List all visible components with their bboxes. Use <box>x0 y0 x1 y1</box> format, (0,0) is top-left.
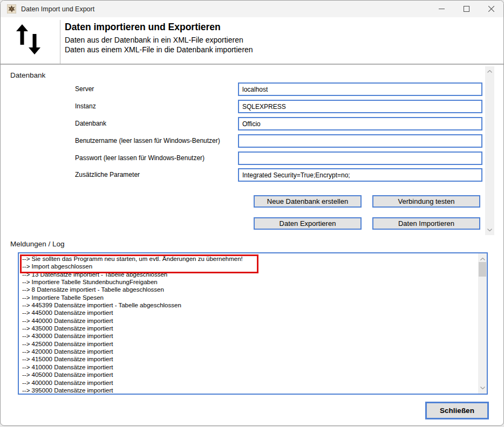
server-label: Server <box>75 82 94 96</box>
scroll-up-icon[interactable] <box>485 67 494 75</box>
log-section-label: Meldungen / Log <box>10 240 65 248</box>
maximize-button[interactable] <box>454 1 479 17</box>
close-button[interactable] <box>479 1 503 17</box>
close-dialog-button[interactable]: Schließen <box>425 402 489 419</box>
database-section-label: Datenbank <box>10 71 45 79</box>
server-input[interactable] <box>238 82 482 96</box>
app-icon <box>7 4 16 13</box>
create-database-button[interactable]: Neue Datenbank erstellen <box>254 195 362 208</box>
log-line: --> 390000 Datensätze importiert <box>22 394 475 395</box>
extra-params-label: Zusätzliche Parameter <box>75 168 140 182</box>
log-line: --> 8 Datensätze importiert - Tabelle ab… <box>22 286 475 293</box>
log-line: --> 400000 Datensätze importiert <box>22 379 475 387</box>
header: Daten importieren und Exportieren Daten … <box>1 17 503 64</box>
log-line: --> 445000 Datensätze importiert <box>22 309 475 316</box>
import-export-arrows-icon <box>16 24 44 58</box>
log-line: --> 410000 Datensätze importiert <box>22 363 475 371</box>
panel-scrollbar[interactable] <box>485 66 494 235</box>
username-label: Benutzername (leer lassen für Windows-Be… <box>75 134 220 148</box>
import-data-button[interactable]: Daten Importieren <box>372 217 480 230</box>
log-line: --> 13 Datensätze importiert - Tabelle a… <box>22 271 475 278</box>
section-divider <box>1 64 503 65</box>
password-input[interactable] <box>238 151 482 165</box>
header-divider <box>60 20 60 64</box>
log-scroll-down-icon[interactable] <box>478 384 487 392</box>
log-line: --> Importiere Tabelle StundenbuchungFre… <box>22 278 475 286</box>
log-line: --> Sie sollten das Programm neu starten… <box>22 255 475 263</box>
log-line: --> 415000 Datensätze importiert <box>22 355 475 363</box>
log-line: --> Importiere Tabelle Spesen <box>22 294 475 301</box>
instance-label: Instanz <box>75 100 96 113</box>
log-scrollbar[interactable] <box>478 253 487 394</box>
title-bar: Daten Import und Export <box>1 1 503 17</box>
log-scrollbar-thumb[interactable] <box>479 262 486 277</box>
minimize-button[interactable] <box>429 1 454 17</box>
instance-input[interactable] <box>238 100 482 113</box>
page-subtitle-import: Daten aus einem XML-File in die Datenban… <box>65 45 253 54</box>
log-line: --> 420000 Datensätze importiert <box>22 348 475 355</box>
log-line: --> 445399 Datensätze importiert - Tabel… <box>22 301 475 309</box>
export-data-button[interactable]: Daten Exportieren <box>254 217 362 230</box>
scroll-down-icon[interactable] <box>485 226 494 234</box>
log-line: --> Import abgeschlossen <box>22 263 475 270</box>
app-window: Daten Import und Export Daten importiere… <box>0 0 504 426</box>
username-input[interactable] <box>238 134 482 148</box>
window-title: Daten Import und Export <box>21 5 94 13</box>
extra-params-input[interactable] <box>238 168 482 182</box>
log-line: --> 440000 Datensätze importiert <box>22 317 475 325</box>
caption-buttons <box>429 1 503 17</box>
log-lines: --> Sie sollten das Programm neu starten… <box>22 255 475 395</box>
log-line: --> 395000 Datensätze importiert <box>22 387 475 394</box>
page-subtitle-export: Daten aus der Datenbank in ein XML-File … <box>65 35 253 45</box>
log-line: --> 405000 Datensätze importiert <box>22 371 475 378</box>
password-label: Passwort (leer lassen für Windows-Benutz… <box>75 151 205 165</box>
log-listbox[interactable]: --> Sie sollten das Programm neu starten… <box>18 252 488 395</box>
database-label: Datenbank <box>75 117 106 130</box>
log-line: --> 430000 Datensätze importiert <box>22 332 475 340</box>
test-connection-button[interactable]: Verbindung testen <box>372 195 480 208</box>
log-line: --> 425000 Datensätze importiert <box>22 340 475 348</box>
log-line: --> 435000 Datensätze importiert <box>22 325 475 332</box>
page-title: Daten importieren und Exportieren <box>65 22 253 33</box>
database-input[interactable] <box>238 117 482 130</box>
